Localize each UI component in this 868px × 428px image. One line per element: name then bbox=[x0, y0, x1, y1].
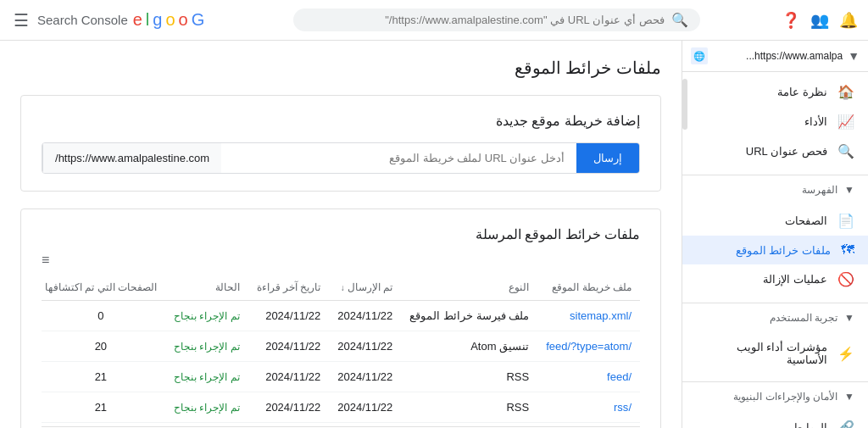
chevron-down-icon: ▼ bbox=[844, 184, 854, 196]
cell-sitemap-file: /rss bbox=[537, 392, 640, 423]
sitemap-url-input[interactable] bbox=[221, 143, 576, 173]
sidebar-item-core-vitals[interactable]: ⚡ مؤشرات أداء الويب الأساسية bbox=[682, 334, 868, 373]
property-chevron-down: ▼ bbox=[848, 49, 860, 63]
submitted-sitemaps-card: ملفات خرائط الموقع المرسلة ≡ ملف خريطة ا… bbox=[20, 208, 661, 428]
sidebar-item-sitemaps[interactable]: 🗺 ملفات خرائط الموقع bbox=[682, 236, 868, 264]
sidebar-item-label: نظرة عامة bbox=[696, 86, 827, 98]
topbar-left-icons: 🔔 👥 ❓ bbox=[782, 11, 858, 30]
cell-discovered-pages: 0 bbox=[42, 301, 165, 331]
cell-sitemap-file: /sitemap.xml bbox=[537, 301, 640, 331]
sidebar-item-url-inspection[interactable]: 🔍 فحص عنوان URL bbox=[682, 136, 868, 166]
sort-icon: ↓ bbox=[341, 283, 345, 292]
sidebar-divider-3 bbox=[682, 381, 868, 382]
add-sitemap-card: إضافة خريطة موقع جديدة إرسال https://www… bbox=[20, 95, 661, 192]
home-icon: 🏠 bbox=[837, 84, 854, 100]
sitemaps-icon: 🗺 bbox=[841, 242, 854, 258]
performance-icon: 📈 bbox=[837, 114, 854, 130]
cell-sitemap-file: /feed bbox=[537, 362, 640, 392]
people-icon[interactable]: 👥 bbox=[810, 11, 829, 30]
sidebar-item-overview[interactable]: 🏠 نظرة عامة bbox=[682, 77, 868, 107]
sidebar-item-links[interactable]: 🔗 الروابط bbox=[682, 413, 868, 428]
search-icon: 🔍 bbox=[671, 12, 688, 28]
sidebar-item-performance[interactable]: 📈 الأداء bbox=[682, 107, 868, 136]
col-discovered-pages: الصفحات التي تم اكتشافها bbox=[42, 275, 165, 301]
sidebar-item-label: ملفات خرائط الموقع bbox=[696, 244, 831, 257]
sitemaps-table-container: ملف خريطة الموقع النوع تم الإرسال ↓ تاري… bbox=[42, 275, 640, 423]
sidebar-item-label: الأداء bbox=[696, 115, 827, 128]
help-icon[interactable]: ❓ bbox=[782, 11, 800, 30]
cell-discovered-pages: 20 bbox=[42, 331, 165, 362]
table-row: /sitemap.xml ملف فيرسة خرائط الموقع 2024… bbox=[42, 301, 640, 331]
chevron-down-icon: ▼ bbox=[844, 391, 854, 403]
notification-icon[interactable]: 🔔 bbox=[839, 11, 858, 30]
cell-submitted: 2024/11/22 bbox=[329, 362, 401, 392]
sidebar-item-pages[interactable]: 📄 الصفحات bbox=[682, 206, 868, 236]
cell-submitted: 2024/11/22 bbox=[329, 331, 401, 362]
search-icon: 🔍 bbox=[837, 143, 854, 159]
col-submitted[interactable]: تم الإرسال ↓ bbox=[329, 275, 401, 301]
pages-icon: 📄 bbox=[837, 213, 854, 229]
cell-status: تم الإجراء بنجاح bbox=[165, 362, 248, 392]
sidebar-item-label: عمليات الإزالة bbox=[696, 273, 827, 286]
cell-type: RSS bbox=[401, 362, 537, 392]
send-button[interactable]: إرسال bbox=[576, 143, 639, 173]
cell-sitemap-file: /feed/?type=atom bbox=[537, 331, 640, 362]
cell-discovered-pages: 21 bbox=[42, 362, 165, 392]
sidebar-security-section: 🔗 الروابط ⚙ إعدادات bbox=[682, 408, 868, 428]
sidebar-item-label: الروابط bbox=[696, 421, 827, 428]
property-icon: 🌐 bbox=[691, 47, 708, 64]
security-group-header[interactable]: ▼ الأمان والإجراءات البنيوية bbox=[682, 386, 868, 408]
links-icon: 🔗 bbox=[837, 420, 854, 428]
experience-group-header[interactable]: ▼ تجربة المستخدم bbox=[682, 307, 868, 329]
cell-last-read: 2024/11/22 bbox=[248, 362, 330, 392]
sitemap-input-row: إرسال https://www.amalpalestine.com/ bbox=[42, 142, 640, 174]
table-row: /rss RSS 2024/11/22 2024/11/22 تم الإجرا… bbox=[42, 392, 640, 423]
sidebar-indexing-section: 📄 الصفحات 🗺 ملفات خرائط الموقع 🚫 عمليات … bbox=[682, 201, 868, 299]
property-name: https://www.amalpa... bbox=[713, 50, 843, 62]
indexing-group-header[interactable]: ▼ الفهرسة bbox=[682, 179, 868, 201]
cell-type: RSS bbox=[401, 392, 537, 423]
cell-last-read: 2024/11/22 bbox=[248, 331, 330, 362]
app-layout: ▼ https://www.amalpa... 🌐 🏠 نظرة عامة 📈 … bbox=[0, 41, 868, 428]
brand-area: Google Search Console ☰ bbox=[10, 7, 211, 34]
url-search-input[interactable] bbox=[305, 14, 665, 26]
col-submitted-label: تم الإرسال bbox=[348, 281, 392, 293]
cell-status: تم الإجراء بنجاح bbox=[165, 331, 248, 362]
sitemaps-table: ملف خريطة الموقع النوع تم الإرسال ↓ تاري… bbox=[42, 275, 640, 423]
cell-last-read: 2024/11/22 bbox=[248, 301, 330, 331]
table-body: /sitemap.xml ملف فيرسة خرائط الموقع 2024… bbox=[42, 301, 640, 423]
col-sitemap-file: ملف خريطة الموقع bbox=[537, 275, 640, 301]
col-type: النوع bbox=[401, 275, 537, 301]
cell-submitted: 2024/11/22 bbox=[329, 392, 401, 423]
chevron-down-icon: ▼ bbox=[844, 312, 854, 324]
security-label: الأمان والإجراءات البنيوية bbox=[733, 391, 837, 403]
cell-type: ملف فيرسة خرائط الموقع bbox=[401, 301, 537, 331]
cell-status: تم الإجراء بنجاح bbox=[165, 301, 248, 331]
search-console-title: Search Console bbox=[37, 13, 128, 27]
cell-discovered-pages: 21 bbox=[42, 392, 165, 423]
indexing-label: الفهرسة bbox=[802, 184, 837, 196]
sidebar-item-removals[interactable]: 🚫 عمليات الإزالة bbox=[682, 264, 868, 294]
sidebar: ▼ https://www.amalpa... 🌐 🏠 نظرة عامة 📈 … bbox=[682, 41, 868, 428]
cell-status: تم الإجراء بنجاح bbox=[165, 392, 248, 423]
topbar: 🔔 👥 ❓ 🔍 Google Search Console ☰ bbox=[0, 0, 868, 41]
url-search-bar[interactable]: 🔍 bbox=[293, 8, 700, 31]
col-status: الحالة bbox=[165, 275, 248, 301]
google-logo: Google bbox=[133, 10, 205, 30]
cell-type: تنسيق Atom bbox=[401, 331, 537, 362]
menu-icon[interactable]: ☰ bbox=[10, 7, 32, 34]
sidebar-divider-2 bbox=[682, 303, 868, 303]
filter-icon[interactable]: ≡ bbox=[42, 253, 640, 268]
cell-submitted: 2024/11/22 bbox=[329, 301, 401, 331]
table-row: /feed RSS 2024/11/22 2024/11/22 تم الإجر… bbox=[42, 362, 640, 392]
table-row: /feed/?type=atom تنسيق Atom 2024/11/22 2… bbox=[42, 331, 640, 362]
table-header-row: ملف خريطة الموقع النوع تم الإرسال ↓ تاري… bbox=[42, 275, 640, 301]
add-sitemap-title: إضافة خريطة موقع جديدة bbox=[42, 113, 640, 129]
col-last-read: تاريخ آخر قراءة bbox=[248, 275, 330, 301]
page-title: ملفات خرائط الموقع bbox=[20, 58, 661, 78]
submitted-sitemaps-title: ملفات خرائط الموقع المرسلة bbox=[42, 226, 640, 242]
property-selector[interactable]: ▼ https://www.amalpa... 🌐 bbox=[682, 41, 868, 72]
removals-icon: 🚫 bbox=[837, 271, 854, 287]
sidebar-experience-section: ⚡ مؤشرات أداء الويب الأساسية bbox=[682, 329, 868, 378]
sidebar-item-label: الصفحات bbox=[696, 214, 827, 227]
